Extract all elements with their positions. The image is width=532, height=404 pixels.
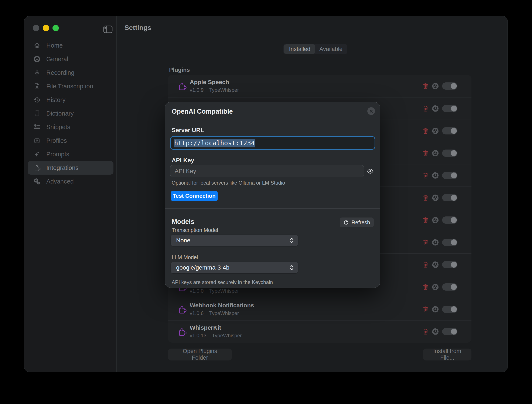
delete-plugin-button[interactable]: [422, 127, 429, 135]
sidebar-item-file-transcription[interactable]: File Transcription: [28, 79, 114, 93]
llm-model-select[interactable]: google/gemma-3-4b: [171, 262, 298, 273]
plugin-settings-button[interactable]: [431, 194, 439, 202]
plugins-section-title: Plugins: [169, 67, 190, 73]
sidebar-item-snippets[interactable]: Snippets: [28, 120, 114, 134]
home-icon: [33, 42, 41, 49]
tab-available[interactable]: Available: [315, 44, 347, 54]
plugin-settings-button[interactable]: [431, 283, 439, 291]
plugin-subtitle: v1.0.6 TypeWhisper: [190, 310, 254, 316]
plugin-enabled-toggle[interactable]: [442, 127, 457, 134]
delete-plugin-button[interactable]: [422, 261, 429, 269]
plugin-enabled-toggle[interactable]: [442, 328, 457, 335]
sidebar-item-profiles[interactable]: Profiles: [28, 134, 114, 147]
install-from-file-button[interactable]: Install from File...: [423, 348, 471, 360]
toggle-knob: [451, 83, 457, 89]
gear-icon: [431, 105, 439, 112]
api-key-placeholder: API Key: [175, 168, 196, 175]
sidebar-item-integrations[interactable]: Integrations: [28, 161, 114, 175]
api-key-input[interactable]: API Key: [170, 165, 364, 177]
sidebar-toggle-icon[interactable]: [103, 25, 113, 33]
window-close-button[interactable]: [33, 25, 39, 31]
window-minimize-button[interactable]: [43, 25, 49, 31]
trash-icon: [422, 127, 429, 134]
plugin-author: TypeWhisper: [209, 288, 239, 294]
delete-plugin-button[interactable]: [422, 172, 429, 180]
plugin-settings-button[interactable]: [431, 216, 439, 225]
plugin-settings-button[interactable]: [431, 149, 439, 158]
puzzle-icon: [33, 164, 41, 172]
plugin-settings-button[interactable]: [431, 328, 439, 336]
plugin-name: Apple Speech: [190, 79, 239, 86]
gear-icon: [33, 55, 41, 63]
plugin-version: v1.0.13: [190, 333, 207, 339]
toggle-knob: [451, 217, 457, 223]
delete-plugin-button[interactable]: [422, 328, 429, 336]
plugin-settings-button[interactable]: [431, 105, 439, 113]
plugin-filter-tabs: Installed Available: [283, 44, 347, 54]
transcription-model-select[interactable]: None: [171, 235, 298, 246]
plugin-version: v1.0.6: [190, 310, 203, 316]
delete-plugin-button[interactable]: [422, 306, 429, 314]
plugin-settings-button[interactable]: [431, 82, 439, 90]
toggle-knob: [451, 128, 457, 134]
sidebar-item-history[interactable]: History: [28, 93, 114, 107]
plugin-author: TypeWhisper: [209, 87, 239, 93]
close-icon[interactable]: [367, 107, 375, 115]
sidebar-item-dictionary[interactable]: Dictionary: [28, 107, 114, 120]
test-connection-button[interactable]: Test Connection: [171, 191, 218, 201]
reveal-api-key-button[interactable]: [367, 167, 374, 175]
server-url-input[interactable]: http://localhost:1234: [170, 136, 375, 150]
dialog-title: OpenAI Compatible: [172, 108, 233, 115]
plugin-version: v1.0.9: [190, 87, 203, 93]
plugin-subtitle: v1.0.9 TypeWhisper: [190, 87, 239, 93]
sidebar-item-recording[interactable]: Recording: [28, 66, 114, 79]
sidebar-item-label: File Transcription: [46, 83, 93, 90]
delete-plugin-button[interactable]: [422, 105, 429, 113]
puzzle-icon: [178, 82, 187, 90]
window-zoom-button[interactable]: [52, 25, 59, 31]
delete-plugin-button[interactable]: [422, 216, 429, 224]
gear-icon: [431, 283, 439, 291]
refresh-models-button[interactable]: Refresh: [340, 217, 374, 227]
plugin-settings-button[interactable]: [431, 305, 439, 314]
plugin-enabled-toggle[interactable]: [442, 172, 457, 179]
gears-icon: [33, 177, 41, 185]
chevron-up-down-icon: [290, 238, 294, 243]
sidebar-item-prompts[interactable]: Prompts: [28, 147, 114, 161]
plugin-enabled-toggle[interactable]: [442, 150, 457, 157]
delete-plugin-button[interactable]: [422, 82, 429, 90]
plugin-row: WhisperKit v1.0.13 TypeWhisper: [168, 320, 471, 343]
plugin-enabled-toggle[interactable]: [442, 283, 457, 290]
book-icon: [33, 110, 41, 117]
sidebar-item-label: Recording: [46, 69, 74, 76]
plugin-enabled-toggle[interactable]: [442, 82, 457, 90]
delete-plugin-button[interactable]: [422, 150, 429, 158]
plugin-enabled-toggle[interactable]: [442, 105, 457, 112]
plugin-settings-button[interactable]: [431, 261, 439, 269]
delete-plugin-button[interactable]: [422, 283, 429, 291]
plugin-enabled-toggle[interactable]: [442, 261, 457, 268]
chevron-up-down-icon: [290, 265, 294, 271]
tab-installed[interactable]: Installed: [284, 44, 315, 54]
server-url-label: Server URL: [172, 127, 204, 134]
sidebar-item-advanced[interactable]: Advanced: [28, 175, 114, 188]
plugin-enabled-toggle[interactable]: [442, 216, 457, 224]
plugin-enabled-toggle[interactable]: [442, 194, 457, 201]
plugin-enabled-toggle[interactable]: [442, 306, 457, 313]
delete-plugin-button[interactable]: [422, 239, 429, 246]
plugin-enabled-toggle[interactable]: [442, 239, 457, 246]
clock-history-icon: [33, 96, 41, 104]
trash-icon: [422, 172, 429, 179]
trash-icon: [422, 283, 429, 290]
open-plugins-folder-button[interactable]: Open Plugins Folder: [168, 348, 232, 360]
toggle-knob: [451, 106, 457, 112]
plugin-settings-button[interactable]: [431, 172, 439, 180]
sidebar-item-general[interactable]: General: [28, 52, 114, 66]
desktop-background: Home General Recording: [0, 0, 532, 404]
refresh-label: Refresh: [351, 219, 370, 226]
sidebar-item-home[interactable]: Home: [28, 39, 114, 52]
delete-plugin-button[interactable]: [422, 194, 429, 202]
plugin-settings-button[interactable]: [431, 239, 439, 247]
plugin-settings-button[interactable]: [431, 127, 439, 135]
server-url-value: http://localhost:1234: [174, 139, 255, 147]
